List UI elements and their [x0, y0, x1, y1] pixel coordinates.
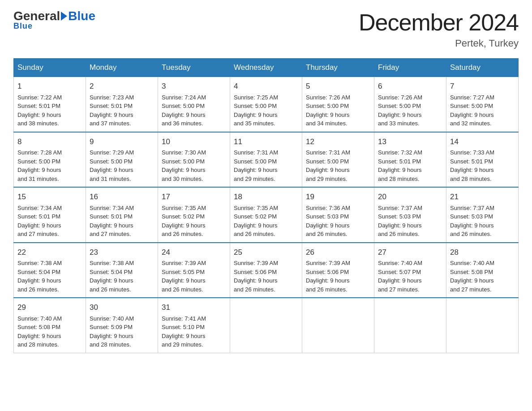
day-info: Sunrise: 7:35 AM Sunset: 5:02 PM Dayligh… [234, 204, 298, 239]
day-header-monday: Monday [86, 59, 158, 77]
day-info: Sunrise: 7:38 AM Sunset: 5:04 PM Dayligh… [90, 259, 154, 294]
calendar-cell: 31Sunrise: 7:41 AM Sunset: 5:10 PM Dayli… [158, 298, 230, 353]
calendar-cell: 26Sunrise: 7:39 AM Sunset: 5:06 PM Dayli… [302, 243, 374, 298]
day-info: Sunrise: 7:36 AM Sunset: 5:03 PM Dayligh… [306, 204, 370, 239]
calendar-cell [446, 298, 519, 353]
day-info: Sunrise: 7:30 AM Sunset: 5:00 PM Dayligh… [162, 148, 226, 183]
calendar-cell: 29Sunrise: 7:40 AM Sunset: 5:08 PM Dayli… [14, 298, 86, 353]
calendar-cell: 2Sunrise: 7:23 AM Sunset: 5:01 PM Daylig… [86, 77, 158, 132]
day-info: Sunrise: 7:29 AM Sunset: 5:00 PM Dayligh… [90, 148, 154, 183]
day-number: 11 [234, 136, 298, 148]
calendar-cell: 15Sunrise: 7:34 AM Sunset: 5:01 PM Dayli… [14, 187, 86, 243]
day-number: 24 [162, 247, 226, 258]
day-info: Sunrise: 7:40 AM Sunset: 5:09 PM Dayligh… [90, 314, 154, 349]
day-number: 28 [450, 247, 515, 258]
logo-triangle-icon [61, 12, 67, 21]
day-number: 6 [378, 81, 442, 92]
day-number: 2 [90, 81, 154, 92]
calendar-week-row: 15Sunrise: 7:34 AM Sunset: 5:01 PM Dayli… [14, 187, 519, 243]
calendar-cell: 1Sunrise: 7:22 AM Sunset: 5:01 PM Daylig… [14, 77, 86, 132]
day-number: 5 [306, 81, 370, 92]
calendar-subtitle: Pertek, Turkey [359, 38, 519, 49]
calendar-cell: 22Sunrise: 7:38 AM Sunset: 5:04 PM Dayli… [14, 243, 86, 298]
day-info: Sunrise: 7:38 AM Sunset: 5:04 PM Dayligh… [17, 259, 82, 294]
day-number: 7 [450, 81, 515, 92]
day-number: 13 [378, 136, 442, 148]
day-info: Sunrise: 7:26 AM Sunset: 5:00 PM Dayligh… [378, 93, 442, 128]
day-number: 30 [90, 302, 154, 313]
day-info: Sunrise: 7:40 AM Sunset: 5:08 PM Dayligh… [450, 259, 515, 294]
day-header-sunday: Sunday [14, 59, 86, 77]
day-info: Sunrise: 7:33 AM Sunset: 5:01 PM Dayligh… [450, 148, 515, 183]
day-number: 15 [17, 191, 82, 203]
day-number: 18 [234, 191, 298, 203]
calendar-week-row: 29Sunrise: 7:40 AM Sunset: 5:08 PM Dayli… [14, 298, 519, 353]
calendar-cell: 9Sunrise: 7:29 AM Sunset: 5:00 PM Daylig… [86, 132, 158, 188]
day-number: 8 [17, 136, 82, 148]
day-number: 20 [378, 191, 442, 203]
day-header-friday: Friday [374, 59, 446, 77]
page-header: General Blue Blue December 2024 Pertek, … [13, 9, 519, 49]
day-info: Sunrise: 7:25 AM Sunset: 5:00 PM Dayligh… [234, 93, 298, 128]
day-number: 27 [378, 247, 442, 258]
calendar-cell: 30Sunrise: 7:40 AM Sunset: 5:09 PM Dayli… [86, 298, 158, 353]
calendar-cell: 4Sunrise: 7:25 AM Sunset: 5:00 PM Daylig… [230, 77, 302, 132]
day-number: 4 [234, 81, 298, 92]
day-info: Sunrise: 7:37 AM Sunset: 5:03 PM Dayligh… [450, 204, 515, 239]
logo: General Blue Blue [13, 9, 95, 31]
day-number: 9 [90, 136, 154, 148]
calendar-cell: 5Sunrise: 7:26 AM Sunset: 5:00 PM Daylig… [302, 77, 374, 132]
day-number: 31 [162, 302, 226, 313]
calendar-cell: 20Sunrise: 7:37 AM Sunset: 5:03 PM Dayli… [374, 187, 446, 243]
calendar-cell: 25Sunrise: 7:39 AM Sunset: 5:06 PM Dayli… [230, 243, 302, 298]
calendar-cell: 17Sunrise: 7:35 AM Sunset: 5:02 PM Dayli… [158, 187, 230, 243]
day-number: 25 [234, 247, 298, 258]
day-number: 12 [306, 136, 370, 148]
calendar-cell: 16Sunrise: 7:34 AM Sunset: 5:01 PM Dayli… [86, 187, 158, 243]
calendar-cell [230, 298, 302, 353]
day-header-tuesday: Tuesday [158, 59, 230, 77]
day-number: 16 [90, 191, 154, 203]
calendar-cell [374, 298, 446, 353]
calendar-cell [302, 298, 374, 353]
calendar-cell: 13Sunrise: 7:32 AM Sunset: 5:01 PM Dayli… [374, 132, 446, 188]
day-header-thursday: Thursday [302, 59, 374, 77]
day-number: 3 [162, 81, 226, 92]
day-number: 14 [450, 136, 515, 148]
day-info: Sunrise: 7:40 AM Sunset: 5:08 PM Dayligh… [17, 314, 82, 349]
day-info: Sunrise: 7:31 AM Sunset: 5:00 PM Dayligh… [306, 148, 370, 183]
title-section: December 2024 Pertek, Turkey [359, 9, 519, 49]
day-info: Sunrise: 7:39 AM Sunset: 5:06 PM Dayligh… [234, 259, 298, 294]
calendar-header-row: SundayMondayTuesdayWednesdayThursdayFrid… [14, 59, 519, 77]
day-number: 1 [17, 81, 82, 92]
calendar-cell: 23Sunrise: 7:38 AM Sunset: 5:04 PM Dayli… [86, 243, 158, 298]
logo-underline: Blue [13, 21, 33, 31]
calendar-week-row: 1Sunrise: 7:22 AM Sunset: 5:01 PM Daylig… [14, 77, 519, 132]
day-info: Sunrise: 7:34 AM Sunset: 5:01 PM Dayligh… [90, 204, 154, 239]
day-info: Sunrise: 7:23 AM Sunset: 5:01 PM Dayligh… [90, 93, 154, 128]
calendar-cell: 11Sunrise: 7:31 AM Sunset: 5:00 PM Dayli… [230, 132, 302, 188]
day-info: Sunrise: 7:28 AM Sunset: 5:00 PM Dayligh… [17, 148, 82, 183]
day-info: Sunrise: 7:34 AM Sunset: 5:01 PM Dayligh… [17, 204, 82, 239]
day-info: Sunrise: 7:37 AM Sunset: 5:03 PM Dayligh… [378, 204, 442, 239]
day-info: Sunrise: 7:32 AM Sunset: 5:01 PM Dayligh… [378, 148, 442, 183]
day-number: 26 [306, 247, 370, 258]
calendar-week-row: 22Sunrise: 7:38 AM Sunset: 5:04 PM Dayli… [14, 243, 519, 298]
calendar-week-row: 8Sunrise: 7:28 AM Sunset: 5:00 PM Daylig… [14, 132, 519, 188]
calendar-cell: 7Sunrise: 7:27 AM Sunset: 5:00 PM Daylig… [446, 77, 519, 132]
day-header-wednesday: Wednesday [230, 59, 302, 77]
calendar-cell: 24Sunrise: 7:39 AM Sunset: 5:05 PM Dayli… [158, 243, 230, 298]
day-info: Sunrise: 7:40 AM Sunset: 5:07 PM Dayligh… [378, 259, 442, 294]
day-info: Sunrise: 7:24 AM Sunset: 5:00 PM Dayligh… [162, 93, 226, 128]
calendar-cell: 10Sunrise: 7:30 AM Sunset: 5:00 PM Dayli… [158, 132, 230, 188]
day-info: Sunrise: 7:39 AM Sunset: 5:06 PM Dayligh… [306, 259, 370, 294]
day-info: Sunrise: 7:22 AM Sunset: 5:01 PM Dayligh… [17, 93, 82, 128]
calendar-cell: 14Sunrise: 7:33 AM Sunset: 5:01 PM Dayli… [446, 132, 519, 188]
calendar-cell: 8Sunrise: 7:28 AM Sunset: 5:00 PM Daylig… [14, 132, 86, 188]
day-info: Sunrise: 7:31 AM Sunset: 5:00 PM Dayligh… [234, 148, 298, 183]
day-info: Sunrise: 7:41 AM Sunset: 5:10 PM Dayligh… [162, 314, 226, 349]
calendar-cell: 12Sunrise: 7:31 AM Sunset: 5:00 PM Dayli… [302, 132, 374, 188]
day-number: 22 [17, 247, 82, 258]
calendar-cell: 21Sunrise: 7:37 AM Sunset: 5:03 PM Dayli… [446, 187, 519, 243]
logo-blue-text: Blue [68, 9, 95, 23]
